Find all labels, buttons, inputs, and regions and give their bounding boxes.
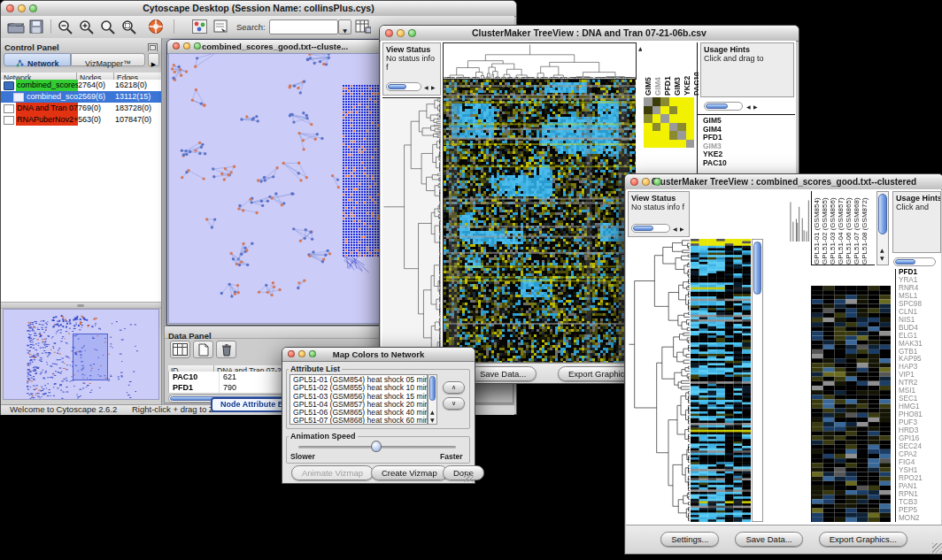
network-name: RNAPuberNov2+: [16, 114, 78, 126]
tv1-heatmap-canvas[interactable]: [444, 80, 636, 363]
tv2-column-dendrogram-canvas[interactable]: [691, 191, 810, 242]
close-button[interactable]: [630, 178, 638, 186]
scroll-left-icon[interactable]: ◀: [673, 226, 677, 232]
annotation-icon: [213, 19, 228, 34]
zoom-button[interactable]: [309, 350, 316, 357]
scroll-down-icon[interactable]: ▼: [430, 417, 435, 423]
tv2-heatmap-canvas[interactable]: [691, 239, 751, 522]
tv2-button-save-data[interactable]: Save Data...: [735, 532, 802, 547]
attribute-batch-button[interactable]: [355, 19, 371, 37]
tv2-button-settings[interactable]: Settings...: [660, 532, 719, 547]
tv2-labels-vscrollbar[interactable]: ▲ ▼: [876, 191, 889, 265]
overview-viewport-rect[interactable]: [73, 334, 108, 380]
tv2-column-label: GPL51-08 (GSM872): [861, 191, 869, 265]
zoom-button[interactable]: [194, 42, 201, 50]
scroll-right-icon[interactable]: ▶: [680, 226, 684, 232]
tv1-row-dendrogram-canvas[interactable]: [382, 98, 441, 363]
zoom-button[interactable]: [408, 29, 416, 37]
zoom-button[interactable]: [653, 178, 661, 186]
network-tree-row[interactable]: combined_sco2569(6)13112(15): [1, 91, 161, 103]
move-down-button[interactable]: ∨: [443, 397, 465, 410]
matrix-cell: [686, 97, 695, 106]
attribute-list-item[interactable]: GPL51-07 (GSM868) heat shock 60 min: [293, 417, 427, 425]
scroll-down-icon[interactable]: ▼: [880, 255, 884, 261]
more-tabs-button[interactable]: ▶: [148, 53, 159, 66]
move-up-button[interactable]: ∧: [443, 381, 465, 394]
annotation-button[interactable]: [213, 19, 228, 37]
resize-grip[interactable]: [464, 472, 474, 482]
matrix-cell: [677, 131, 686, 140]
close-button[interactable]: [173, 42, 180, 50]
tv2-status-scrollbar[interactable]: [631, 224, 670, 233]
tv2-gene-scrollbar[interactable]: [893, 257, 936, 266]
vizmapper-shortcut-button[interactable]: [192, 19, 207, 37]
zoom-fit-button[interactable]: [100, 19, 116, 38]
resize-grip[interactable]: [932, 543, 942, 553]
network-tree-row[interactable]: DNA and Tran 07769(0)183728(0): [1, 103, 161, 114]
tab-vizmapper[interactable]: VizMapper™: [71, 53, 145, 66]
network-tab-icon: [16, 59, 24, 67]
minimize-button[interactable]: [642, 178, 650, 186]
matrix-cell: [669, 114, 678, 123]
search-input[interactable]: [269, 19, 338, 35]
zoom-out-icon: [58, 19, 73, 35]
scroll-up-icon[interactable]: ▲: [430, 409, 435, 415]
animation-speed-slider[interactable]: [371, 441, 382, 452]
network-canvas[interactable]: [169, 54, 381, 323]
main-titlebar[interactable]: Cytoscape Desktop (Session Name: collins…: [1, 1, 516, 17]
network-tree-row[interactable]: RNAPuberNov2+563(0)107847(0): [1, 114, 161, 126]
scroll-left-icon[interactable]: ◀: [746, 104, 751, 110]
create-attribute-button[interactable]: [193, 341, 213, 358]
tv1-similarity-matrix[interactable]: [644, 97, 694, 148]
tab-network-label: Network: [27, 59, 59, 68]
new-document-icon: [198, 343, 209, 357]
matrix-cell: [686, 123, 695, 132]
minimize-button[interactable]: [183, 42, 190, 50]
file-icon: [4, 116, 14, 125]
zoom-in-button[interactable]: [79, 19, 95, 38]
scroll-right-icon[interactable]: ▶: [753, 104, 758, 110]
tv1-button-save-data[interactable]: Save Data...: [469, 366, 537, 381]
tv1-usage-scrollbar[interactable]: [704, 102, 743, 111]
tv2-button-export-graphics[interactable]: Export Graphics...: [819, 532, 907, 547]
help-button[interactable]: [148, 19, 164, 38]
search-dropdown-button[interactable]: ▼: [338, 19, 351, 35]
scroll-right-icon[interactable]: ▶: [431, 84, 436, 90]
tab-network[interactable]: Network: [4, 53, 71, 66]
tv2-row-dendrogram-canvas[interactable]: [628, 239, 690, 522]
close-button[interactable]: [288, 350, 295, 357]
zoom-button[interactable]: [29, 4, 37, 12]
minimize-button[interactable]: [18, 4, 26, 12]
matrix-cell: [669, 123, 678, 132]
network-edges-count: 107847(0): [115, 114, 161, 126]
minimize-button[interactable]: [298, 350, 305, 357]
minimize-button[interactable]: [397, 29, 405, 37]
matrix-cell: [677, 106, 686, 115]
tv2-heatmap-vscrollbar[interactable]: [752, 239, 763, 522]
matrix-cell: [669, 140, 678, 149]
dialog-button-create-vizmap[interactable]: Create Vizmap: [371, 465, 448, 480]
zoom-selected-button[interactable]: [121, 19, 137, 38]
tv2-usage-hints-title: Usage Hints: [893, 192, 940, 203]
zoom-selected-icon: [121, 19, 137, 35]
close-button[interactable]: [385, 29, 393, 37]
tv1-status-scrollbar[interactable]: [386, 82, 421, 91]
matrix-cell: [677, 97, 686, 106]
dialog-title: Map Colors to Network: [333, 349, 424, 359]
zoom-out-button[interactable]: [58, 19, 73, 38]
delete-attribute-button[interactable]: [216, 341, 236, 358]
dialog-buttons: Animate VizmapCreate VizmapDone: [282, 465, 475, 479]
select-attributes-button[interactable]: [170, 341, 190, 358]
network-tree-row[interactable]: combined_scores2764(0)16218(0): [1, 80, 161, 91]
attribute-list-vscrollbar[interactable]: ▲ ▼: [428, 374, 437, 425]
save-session-button[interactable]: [29, 19, 43, 37]
scroll-left-icon[interactable]: ◀: [424, 84, 429, 90]
matrix-cell: [686, 106, 695, 115]
scroll-up-icon[interactable]: ▲: [880, 247, 884, 253]
close-button[interactable]: [6, 4, 14, 12]
tv2-secondary-heatmap-canvas[interactable]: [812, 286, 891, 522]
splitter-handle[interactable]: [1, 302, 161, 309]
tv2-gene-label[interactable]: MON2: [899, 515, 941, 522]
tv1-column-dendrogram-canvas[interactable]: [444, 43, 636, 79]
open-session-button[interactable]: [6, 19, 26, 37]
